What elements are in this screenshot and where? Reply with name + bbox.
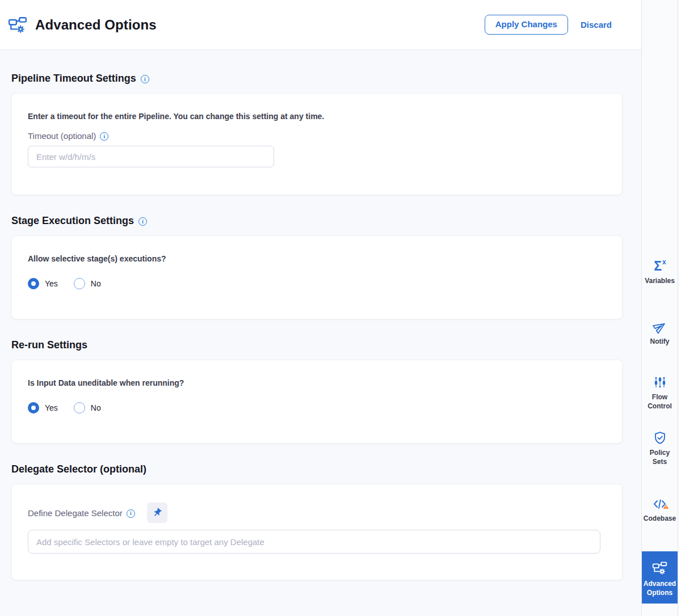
info-icon[interactable] bbox=[138, 217, 147, 226]
timeout-label: Timeout (optional) bbox=[28, 131, 96, 141]
rail-item-label: Advanced Options bbox=[642, 580, 678, 597]
rail-item-variables[interactable]: Σx Variables bbox=[642, 260, 678, 286]
rail-item-label: Policy Sets bbox=[642, 449, 678, 466]
rerun-question: Is Input Data uneditable when rerunning? bbox=[28, 378, 606, 387]
rail-item-flow-control[interactable]: Flow Control bbox=[642, 375, 678, 411]
stage-execution-radio-group: Yes No bbox=[28, 278, 606, 289]
section-title: Stage Execution Settings bbox=[11, 215, 134, 227]
pin-button[interactable] bbox=[147, 503, 167, 523]
rail-item-label: Notify bbox=[642, 337, 678, 347]
radio-option-no[interactable]: No bbox=[74, 278, 101, 289]
rail-item-label: Codebase bbox=[642, 514, 678, 524]
section-title: Delegate Selector (optional) bbox=[11, 463, 146, 475]
info-icon[interactable] bbox=[127, 509, 135, 518]
radio-label: Yes bbox=[45, 403, 58, 412]
section-heading-rerun: Re-run Settings bbox=[11, 339, 623, 351]
delegate-selector-input[interactable] bbox=[28, 530, 600, 554]
stage-execution-question: Allow selective stage(s) executions? bbox=[28, 254, 606, 263]
timeout-input[interactable] bbox=[28, 146, 274, 167]
flowchart-gear-icon bbox=[652, 560, 667, 576]
pipeline-timeout-card: Enter a timeout for the entire Pipeline.… bbox=[11, 93, 623, 195]
shield-check-icon bbox=[653, 431, 667, 445]
radio-option-yes[interactable]: Yes bbox=[28, 402, 58, 414]
radio-label: Yes bbox=[45, 279, 58, 288]
delegate-selector-card: Define Delegate Selector bbox=[11, 484, 623, 580]
warning-triangle-icon bbox=[662, 502, 670, 512]
panel-edge bbox=[679, 0, 681, 616]
paper-plane-icon bbox=[650, 317, 669, 336]
radio-label: No bbox=[91, 403, 101, 412]
apply-changes-button[interactable]: Apply Changes bbox=[485, 15, 568, 35]
timeout-description: Enter a timeout for the entire Pipeline.… bbox=[28, 112, 606, 121]
page-title: Advanced Options bbox=[35, 17, 157, 33]
section-title: Re-run Settings bbox=[11, 339, 87, 351]
radio-label: No bbox=[91, 279, 101, 288]
rail-item-notify[interactable]: Notify bbox=[642, 320, 678, 347]
sigma-x-icon: Σx bbox=[654, 260, 666, 273]
radio-option-yes[interactable]: Yes bbox=[28, 278, 58, 289]
section-title: Pipeline Timeout Settings bbox=[11, 73, 136, 85]
radio-icon bbox=[74, 278, 85, 289]
sliders-icon bbox=[653, 375, 667, 389]
section-heading-pipeline-timeout: Pipeline Timeout Settings bbox=[11, 73, 623, 85]
pushpin-icon bbox=[152, 508, 162, 518]
rerun-card: Is Input Data uneditable when rerunning?… bbox=[11, 360, 623, 444]
radio-option-no[interactable]: No bbox=[74, 402, 101, 414]
radio-icon bbox=[28, 402, 39, 414]
rail-item-codebase[interactable]: Codebase bbox=[642, 498, 678, 524]
section-heading-stage-execution: Stage Execution Settings bbox=[11, 215, 623, 227]
rail-item-advanced-options[interactable]: Advanced Options bbox=[642, 551, 678, 604]
info-icon[interactable] bbox=[141, 75, 149, 83]
discard-button[interactable]: Discard bbox=[581, 20, 612, 29]
info-icon[interactable] bbox=[100, 132, 108, 141]
rerun-radio-group: Yes No bbox=[28, 402, 606, 414]
radio-icon bbox=[28, 278, 39, 289]
right-rail: Σx Variables Notify Flow Control bbox=[641, 0, 678, 616]
code-brackets-icon bbox=[653, 498, 667, 510]
flowchart-gear-icon bbox=[8, 15, 27, 35]
section-heading-delegate-selector: Delegate Selector (optional) bbox=[11, 463, 623, 475]
panel-header: Advanced Options Apply Changes Discard bbox=[0, 0, 641, 50]
settings-content: Pipeline Timeout Settings Enter a timeou… bbox=[0, 50, 641, 580]
delegate-selector-label: Define Delegate Selector bbox=[28, 508, 123, 518]
main-panel: Advanced Options Apply Changes Discard P… bbox=[0, 0, 641, 616]
rail-item-label: Flow Control bbox=[642, 393, 678, 411]
stage-execution-card: Allow selective stage(s) executions? Yes… bbox=[11, 235, 623, 319]
rail-item-policy-sets[interactable]: Policy Sets bbox=[642, 431, 678, 466]
rail-item-label: Variables bbox=[642, 277, 678, 286]
radio-icon bbox=[74, 402, 85, 414]
